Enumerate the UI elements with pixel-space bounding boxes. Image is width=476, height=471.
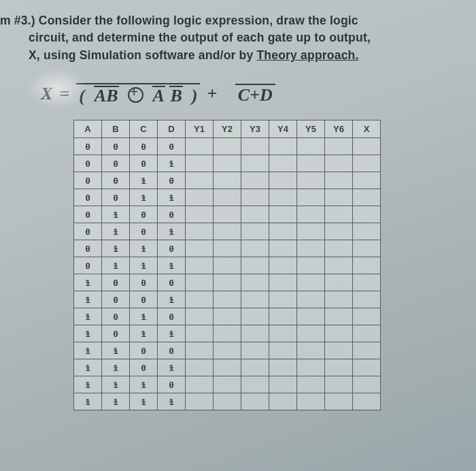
table-cell	[269, 291, 297, 308]
table-cell	[186, 291, 214, 308]
table-cell	[325, 189, 353, 206]
table-cell	[214, 342, 241, 359]
table-cell: 1	[74, 342, 102, 359]
table-cell	[353, 223, 381, 240]
table-cell	[186, 308, 214, 325]
table-cell: 0	[102, 325, 130, 342]
table-cell: 0	[74, 189, 102, 206]
table-cell: 0	[74, 155, 102, 172]
table-cell: 0	[102, 308, 130, 325]
truth-table-wrap: ABCDY1Y2Y3Y4Y5Y6X 0000000100100011010001…	[73, 120, 458, 410]
table-row: 1101	[74, 359, 381, 376]
table-cell	[269, 308, 297, 325]
table-cell: 1	[102, 240, 130, 257]
table-cell: 0	[158, 138, 186, 155]
table-cell: 0	[130, 342, 158, 359]
table-cell	[325, 291, 353, 308]
col-c: C	[130, 120, 158, 138]
table-cell	[214, 138, 241, 155]
table-cell: 1	[130, 393, 158, 410]
table-cell: 0	[130, 206, 158, 223]
table-cell	[269, 342, 297, 359]
table-cell	[325, 257, 353, 274]
table-cell	[269, 189, 297, 206]
problem-line1: Consider the following logic expression,…	[39, 14, 358, 27]
table-cell: 1	[158, 393, 186, 410]
page: m #3.) Consider the following logic expr…	[0, 0, 476, 410]
table-cell: 0	[158, 308, 186, 325]
table-cell	[186, 172, 214, 189]
table-cell: 0	[74, 172, 102, 189]
table-cell: 1	[102, 206, 130, 223]
eq-term3-group: C+D	[235, 84, 275, 104]
table-cell	[297, 189, 325, 206]
table-row: 0111	[74, 257, 381, 274]
table-cell	[269, 359, 297, 376]
table-cell	[353, 376, 381, 393]
table-cell	[186, 155, 214, 172]
table-cell: 0	[74, 240, 102, 257]
table-cell: 1	[102, 223, 130, 240]
table-cell	[297, 274, 325, 291]
table-cell	[325, 274, 353, 291]
table-cell	[353, 393, 381, 410]
table-cell: 0	[130, 138, 158, 155]
table-cell	[269, 240, 297, 257]
table-cell	[353, 138, 381, 155]
table-cell: 1	[102, 376, 130, 393]
col-b: B	[102, 120, 130, 138]
table-cell	[186, 393, 214, 410]
table-cell	[353, 359, 381, 376]
table-cell: 0	[130, 155, 158, 172]
table-cell	[297, 291, 325, 308]
table-cell	[353, 257, 381, 274]
logic-expression: X = ( AB A B ) + C+D	[41, 83, 458, 105]
table-cell: 0	[158, 342, 186, 359]
table-cell	[269, 393, 297, 410]
table-row: 1011	[74, 325, 381, 342]
table-row: 1111	[74, 393, 381, 410]
table-cell	[353, 308, 381, 325]
table-cell: 1	[74, 291, 102, 308]
table-cell	[186, 274, 214, 291]
table-cell	[297, 257, 325, 274]
table-cell	[325, 308, 353, 325]
table-cell	[297, 172, 325, 189]
table-cell	[269, 223, 297, 240]
table-cell	[269, 257, 297, 274]
table-cell	[325, 342, 353, 359]
table-cell	[325, 325, 353, 342]
table-row: 1010	[74, 308, 381, 325]
table-cell	[269, 206, 297, 223]
table-cell	[241, 308, 269, 325]
table-row: 0101	[74, 223, 381, 240]
table-cell	[186, 342, 214, 359]
table-body: 0000000100100011010001010110011110001001…	[74, 138, 381, 410]
table-cell: 1	[130, 308, 158, 325]
table-cell	[297, 206, 325, 223]
table-cell	[241, 291, 269, 308]
table-cell	[241, 359, 269, 376]
eq-plus: +	[207, 84, 217, 104]
table-cell: 1	[130, 257, 158, 274]
xor-icon	[128, 87, 143, 103]
table-cell	[325, 138, 353, 155]
table-cell	[353, 325, 381, 342]
table-cell	[353, 172, 381, 189]
table-cell: 1	[158, 325, 186, 342]
table-cell	[186, 376, 214, 393]
table-cell	[353, 155, 381, 172]
table-cell	[353, 291, 381, 308]
table-cell	[353, 240, 381, 257]
eq-lhs: X	[41, 84, 52, 104]
table-cell: 0	[102, 189, 130, 206]
table-cell	[241, 155, 269, 172]
table-cell	[186, 240, 214, 257]
table-cell	[269, 376, 297, 393]
problem-theory: Theory approach.	[256, 48, 358, 62]
table-cell	[214, 274, 241, 291]
table-cell: 0	[130, 274, 158, 291]
table-cell: 0	[158, 240, 186, 257]
problem-line3a: X, using Simulation software and/or by	[29, 48, 256, 62]
table-cell	[214, 325, 241, 342]
